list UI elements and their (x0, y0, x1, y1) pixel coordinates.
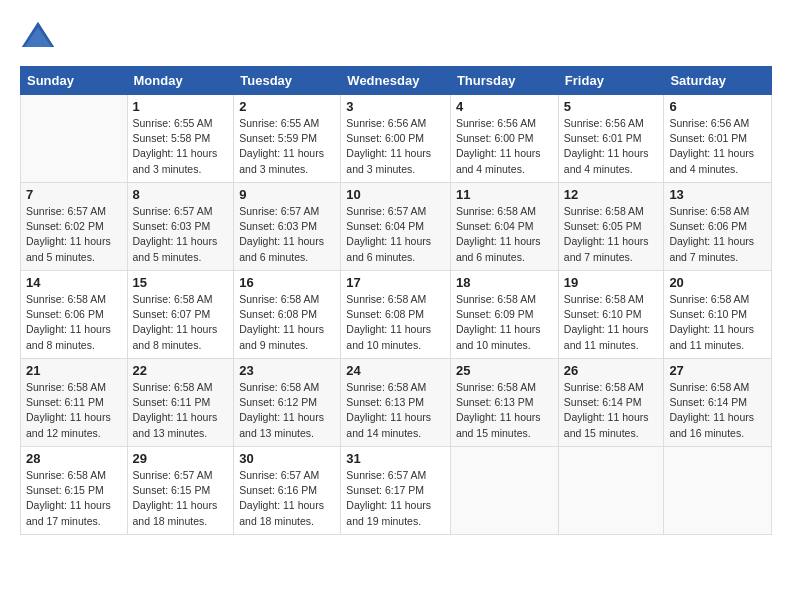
calendar-cell: 6Sunrise: 6:56 AM Sunset: 6:01 PM Daylig… (664, 95, 772, 183)
calendar-cell: 22Sunrise: 6:58 AM Sunset: 6:11 PM Dayli… (127, 359, 234, 447)
calendar-cell: 23Sunrise: 6:58 AM Sunset: 6:12 PM Dayli… (234, 359, 341, 447)
day-info: Sunrise: 6:58 AM Sunset: 6:12 PM Dayligh… (239, 380, 335, 441)
day-number: 1 (133, 99, 229, 114)
calendar-cell: 25Sunrise: 6:58 AM Sunset: 6:13 PM Dayli… (450, 359, 558, 447)
day-number: 15 (133, 275, 229, 290)
calendar-cell: 29Sunrise: 6:57 AM Sunset: 6:15 PM Dayli… (127, 447, 234, 535)
calendar-cell: 14Sunrise: 6:58 AM Sunset: 6:06 PM Dayli… (21, 271, 128, 359)
calendar-cell: 12Sunrise: 6:58 AM Sunset: 6:05 PM Dayli… (558, 183, 664, 271)
day-number: 2 (239, 99, 335, 114)
day-info: Sunrise: 6:56 AM Sunset: 6:00 PM Dayligh… (346, 116, 445, 177)
day-number: 8 (133, 187, 229, 202)
day-number: 19 (564, 275, 659, 290)
day-number: 27 (669, 363, 766, 378)
calendar-cell: 7Sunrise: 6:57 AM Sunset: 6:02 PM Daylig… (21, 183, 128, 271)
day-info: Sunrise: 6:57 AM Sunset: 6:17 PM Dayligh… (346, 468, 445, 529)
day-number: 21 (26, 363, 122, 378)
header (20, 20, 772, 56)
calendar-cell: 20Sunrise: 6:58 AM Sunset: 6:10 PM Dayli… (664, 271, 772, 359)
calendar-cell: 4Sunrise: 6:56 AM Sunset: 6:00 PM Daylig… (450, 95, 558, 183)
day-number: 24 (346, 363, 445, 378)
weekday-header-monday: Monday (127, 67, 234, 95)
day-info: Sunrise: 6:55 AM Sunset: 5:58 PM Dayligh… (133, 116, 229, 177)
calendar-header-row: SundayMondayTuesdayWednesdayThursdayFrid… (21, 67, 772, 95)
calendar-cell: 28Sunrise: 6:58 AM Sunset: 6:15 PM Dayli… (21, 447, 128, 535)
day-number: 18 (456, 275, 553, 290)
day-info: Sunrise: 6:58 AM Sunset: 6:05 PM Dayligh… (564, 204, 659, 265)
weekday-header-wednesday: Wednesday (341, 67, 451, 95)
weekday-header-tuesday: Tuesday (234, 67, 341, 95)
calendar-cell: 26Sunrise: 6:58 AM Sunset: 6:14 PM Dayli… (558, 359, 664, 447)
day-number: 7 (26, 187, 122, 202)
calendar-cell: 9Sunrise: 6:57 AM Sunset: 6:03 PM Daylig… (234, 183, 341, 271)
day-number: 30 (239, 451, 335, 466)
day-info: Sunrise: 6:58 AM Sunset: 6:13 PM Dayligh… (456, 380, 553, 441)
calendar-cell (21, 95, 128, 183)
day-info: Sunrise: 6:58 AM Sunset: 6:15 PM Dayligh… (26, 468, 122, 529)
calendar-cell: 11Sunrise: 6:58 AM Sunset: 6:04 PM Dayli… (450, 183, 558, 271)
calendar-table: SundayMondayTuesdayWednesdayThursdayFrid… (20, 66, 772, 535)
day-info: Sunrise: 6:58 AM Sunset: 6:14 PM Dayligh… (669, 380, 766, 441)
day-info: Sunrise: 6:58 AM Sunset: 6:06 PM Dayligh… (669, 204, 766, 265)
calendar-cell: 27Sunrise: 6:58 AM Sunset: 6:14 PM Dayli… (664, 359, 772, 447)
day-info: Sunrise: 6:57 AM Sunset: 6:16 PM Dayligh… (239, 468, 335, 529)
day-number: 11 (456, 187, 553, 202)
calendar-week-row: 21Sunrise: 6:58 AM Sunset: 6:11 PM Dayli… (21, 359, 772, 447)
calendar-cell (664, 447, 772, 535)
day-number: 3 (346, 99, 445, 114)
calendar-cell: 5Sunrise: 6:56 AM Sunset: 6:01 PM Daylig… (558, 95, 664, 183)
calendar-cell: 8Sunrise: 6:57 AM Sunset: 6:03 PM Daylig… (127, 183, 234, 271)
day-number: 16 (239, 275, 335, 290)
day-info: Sunrise: 6:58 AM Sunset: 6:13 PM Dayligh… (346, 380, 445, 441)
day-info: Sunrise: 6:58 AM Sunset: 6:10 PM Dayligh… (669, 292, 766, 353)
calendar-cell: 1Sunrise: 6:55 AM Sunset: 5:58 PM Daylig… (127, 95, 234, 183)
day-info: Sunrise: 6:55 AM Sunset: 5:59 PM Dayligh… (239, 116, 335, 177)
day-number: 14 (26, 275, 122, 290)
calendar-week-row: 1Sunrise: 6:55 AM Sunset: 5:58 PM Daylig… (21, 95, 772, 183)
day-info: Sunrise: 6:58 AM Sunset: 6:06 PM Dayligh… (26, 292, 122, 353)
day-number: 26 (564, 363, 659, 378)
weekday-header-thursday: Thursday (450, 67, 558, 95)
calendar-cell: 18Sunrise: 6:58 AM Sunset: 6:09 PM Dayli… (450, 271, 558, 359)
day-number: 13 (669, 187, 766, 202)
day-info: Sunrise: 6:58 AM Sunset: 6:09 PM Dayligh… (456, 292, 553, 353)
day-info: Sunrise: 6:58 AM Sunset: 6:04 PM Dayligh… (456, 204, 553, 265)
day-info: Sunrise: 6:56 AM Sunset: 6:01 PM Dayligh… (669, 116, 766, 177)
day-number: 5 (564, 99, 659, 114)
calendar-cell: 17Sunrise: 6:58 AM Sunset: 6:08 PM Dayli… (341, 271, 451, 359)
day-number: 28 (26, 451, 122, 466)
logo (20, 20, 62, 56)
calendar-cell (558, 447, 664, 535)
day-number: 4 (456, 99, 553, 114)
calendar-cell: 21Sunrise: 6:58 AM Sunset: 6:11 PM Dayli… (21, 359, 128, 447)
day-info: Sunrise: 6:57 AM Sunset: 6:04 PM Dayligh… (346, 204, 445, 265)
day-number: 22 (133, 363, 229, 378)
day-info: Sunrise: 6:58 AM Sunset: 6:10 PM Dayligh… (564, 292, 659, 353)
calendar-cell (450, 447, 558, 535)
day-info: Sunrise: 6:58 AM Sunset: 6:11 PM Dayligh… (133, 380, 229, 441)
day-info: Sunrise: 6:57 AM Sunset: 6:03 PM Dayligh… (239, 204, 335, 265)
calendar-cell: 24Sunrise: 6:58 AM Sunset: 6:13 PM Dayli… (341, 359, 451, 447)
day-info: Sunrise: 6:58 AM Sunset: 6:07 PM Dayligh… (133, 292, 229, 353)
day-info: Sunrise: 6:57 AM Sunset: 6:03 PM Dayligh… (133, 204, 229, 265)
day-info: Sunrise: 6:58 AM Sunset: 6:14 PM Dayligh… (564, 380, 659, 441)
calendar-cell: 3Sunrise: 6:56 AM Sunset: 6:00 PM Daylig… (341, 95, 451, 183)
day-info: Sunrise: 6:58 AM Sunset: 6:08 PM Dayligh… (239, 292, 335, 353)
day-info: Sunrise: 6:58 AM Sunset: 6:11 PM Dayligh… (26, 380, 122, 441)
weekday-header-saturday: Saturday (664, 67, 772, 95)
weekday-header-friday: Friday (558, 67, 664, 95)
calendar-cell: 13Sunrise: 6:58 AM Sunset: 6:06 PM Dayli… (664, 183, 772, 271)
calendar-cell: 31Sunrise: 6:57 AM Sunset: 6:17 PM Dayli… (341, 447, 451, 535)
day-number: 17 (346, 275, 445, 290)
weekday-header-sunday: Sunday (21, 67, 128, 95)
page: SundayMondayTuesdayWednesdayThursdayFrid… (0, 0, 792, 612)
calendar-cell: 15Sunrise: 6:58 AM Sunset: 6:07 PM Dayli… (127, 271, 234, 359)
day-number: 6 (669, 99, 766, 114)
calendar-cell: 10Sunrise: 6:57 AM Sunset: 6:04 PM Dayli… (341, 183, 451, 271)
day-number: 9 (239, 187, 335, 202)
calendar-week-row: 14Sunrise: 6:58 AM Sunset: 6:06 PM Dayli… (21, 271, 772, 359)
day-info: Sunrise: 6:58 AM Sunset: 6:08 PM Dayligh… (346, 292, 445, 353)
day-number: 23 (239, 363, 335, 378)
day-info: Sunrise: 6:57 AM Sunset: 6:15 PM Dayligh… (133, 468, 229, 529)
day-info: Sunrise: 6:57 AM Sunset: 6:02 PM Dayligh… (26, 204, 122, 265)
